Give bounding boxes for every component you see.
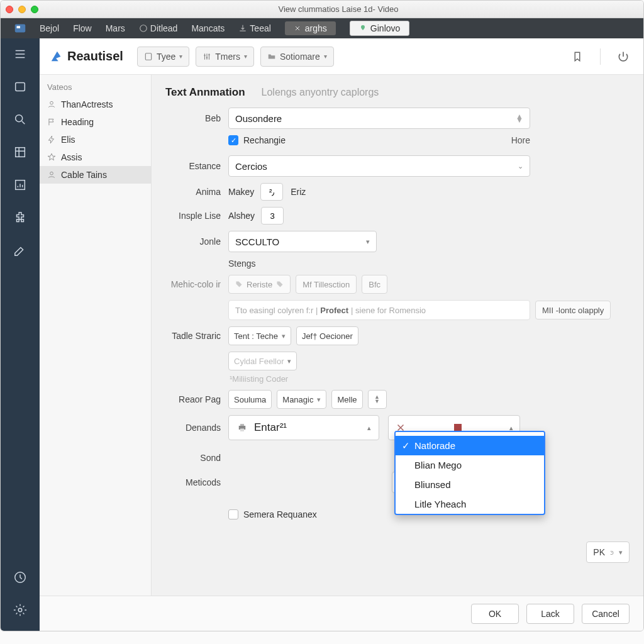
- menu-pill-arghs-label: arghs: [305, 23, 327, 33]
- rail-chart-icon[interactable]: [12, 177, 28, 193]
- toolbar: Reautisel Tyee▾ Tmers▾ Sotiomare▾: [40, 38, 643, 75]
- ok-button[interactable]: OK: [471, 604, 519, 624]
- menu-pill-ginlovo-label: Ginlovo: [370, 23, 400, 33]
- tillesction-button[interactable]: Mf Tillesction: [296, 275, 357, 294]
- menu-bejol[interactable]: Bejol: [40, 23, 59, 33]
- side-panel-heading: Vateos: [40, 80, 151, 96]
- beb-field[interactable]: Ousondere ▲▼: [228, 108, 530, 129]
- menu-pill-ginlovo[interactable]: Ginlovo: [350, 21, 409, 36]
- hore-link[interactable]: Hore: [511, 135, 530, 145]
- tadle-sel1[interactable]: Tent : Teche▾: [228, 326, 291, 345]
- dropdown-option-natlorade[interactable]: Natlorade: [396, 436, 544, 455]
- estance-label: Estance: [165, 161, 228, 171]
- rail-card-icon[interactable]: [12, 79, 28, 95]
- menu-pill-arghs[interactable]: arghs: [285, 21, 336, 35]
- tadle-btn[interactable]: Jef† Oecioner: [296, 326, 358, 345]
- rail-settings-icon[interactable]: [12, 602, 28, 618]
- sidebar-item-elis[interactable]: Elis: [40, 131, 151, 148]
- stepper-icon[interactable]: ▲▼: [516, 114, 523, 122]
- jonle-label: Jonle: [165, 236, 228, 247]
- svg-rect-5: [16, 148, 25, 157]
- insple-num-input[interactable]: 3: [261, 207, 284, 225]
- left-rail: [1, 38, 40, 631]
- svg-rect-16: [240, 424, 244, 426]
- insple-value: Alshey: [228, 211, 255, 221]
- reaor-v1[interactable]: Souluma: [228, 390, 272, 409]
- rail-plugin-icon[interactable]: [12, 209, 28, 226]
- beb-value: Ousondere: [235, 113, 282, 124]
- toolbar-bookmark-icon[interactable]: [567, 47, 587, 67]
- denands-select[interactable]: Entar²¹ ▴: [228, 415, 379, 440]
- toolbar-sotiomare-select[interactable]: Sotiomare▾: [260, 47, 334, 67]
- toolbar-type-select[interactable]: Tyee▾: [137, 47, 189, 67]
- person-icon: [47, 170, 56, 179]
- toolbar-type-label: Tyee: [157, 52, 175, 62]
- mii-badge[interactable]: MII -lontc olapply: [535, 301, 611, 319]
- chevron-down-icon: ▾: [366, 238, 370, 246]
- semera-checkbox[interactable]: [228, 509, 238, 519]
- minimize-window-button[interactable]: [18, 6, 26, 13]
- folder-icon: [267, 52, 276, 61]
- svg-rect-3: [16, 83, 25, 91]
- reriste-label: Reriste: [247, 280, 272, 289]
- sidebar-item-assis[interactable]: Assis: [40, 148, 151, 166]
- rechangie-label: Rechangie: [243, 135, 286, 145]
- menu-mars[interactable]: Mars: [106, 23, 125, 33]
- cancel-button[interactable]: Cancel: [582, 604, 630, 624]
- tab-lolengs[interactable]: Lolengs anyontry caplorgs: [262, 87, 379, 98]
- anima-after: Eriz: [291, 187, 306, 197]
- sidebar-item-cable-tains[interactable]: Cable Tains: [40, 166, 151, 184]
- sidebar-item-label: Elis: [61, 135, 75, 145]
- menu-teeal[interactable]: Teeal: [238, 23, 270, 33]
- toolbar-power-icon[interactable]: [613, 47, 633, 67]
- bfc-button[interactable]: Bfc: [362, 275, 387, 294]
- brand-name: Reautisel: [67, 49, 123, 64]
- svg-rect-17: [240, 429, 244, 432]
- sidebar-item-heading[interactable]: Heading: [40, 113, 151, 131]
- rechangie-checkbox[interactable]: ✓: [228, 135, 238, 145]
- tadle-sel2[interactable]: Cyldal Feellor▾: [228, 352, 297, 370]
- reaor-spinner[interactable]: ▲▼: [368, 390, 387, 409]
- menu-teeal-label: Teeal: [250, 23, 270, 33]
- rail-clock-icon[interactable]: [12, 569, 28, 586]
- menu-flow[interactable]: Flow: [73, 23, 92, 33]
- svg-rect-9: [145, 53, 151, 60]
- page-icon: [144, 52, 153, 61]
- svg-point-8: [18, 608, 22, 612]
- reaor-v3[interactable]: Melle: [331, 390, 362, 409]
- toolbar-sotiomare-label: Sotiomare: [280, 52, 320, 62]
- tadle-sel1-value: Tent : Teche: [234, 331, 278, 341]
- jonle-select[interactable]: SCCULTO ▾: [228, 231, 377, 252]
- footer: OK Lack Cancel: [40, 596, 643, 631]
- dropdown-option-bliunsed[interactable]: Bliunsed: [396, 475, 544, 494]
- person-icon: [47, 100, 56, 109]
- toolbar-divider: [600, 48, 601, 65]
- anima-num-input[interactable]: ²٫: [260, 183, 283, 201]
- svg-point-10: [204, 55, 206, 56]
- brand: Reautisel: [50, 49, 123, 64]
- rail-list-icon[interactable]: [12, 46, 28, 62]
- dropdown-option-blian[interactable]: Blian Mego: [396, 455, 544, 475]
- estance-select[interactable]: Cercios ⌄: [228, 155, 530, 177]
- star-icon: [47, 153, 56, 162]
- rail-edit-icon[interactable]: [12, 242, 28, 258]
- reaor-v2[interactable]: Managic▾: [277, 390, 326, 409]
- menu-ditlead[interactable]: Ditlead: [139, 23, 178, 33]
- tag-icon: [235, 280, 243, 288]
- denands-dropdown-open[interactable]: Natlorade Blian Mego Bliunsed Litle Yhea…: [394, 431, 545, 515]
- rail-search-icon[interactable]: [12, 111, 28, 128]
- tadle-label: Tadle Straric: [165, 331, 228, 341]
- rail-table-icon[interactable]: [12, 144, 28, 160]
- reriste-button[interactable]: Reriste: [228, 275, 291, 294]
- menu-mancats[interactable]: Mancats: [191, 23, 225, 33]
- sidebar-item-thanactrests[interactable]: ThanActrests: [40, 96, 151, 113]
- hint-pre: Tto easingl colyren f:r |: [235, 306, 318, 315]
- stengs-label: Stengs: [228, 258, 256, 269]
- close-window-button[interactable]: [6, 6, 13, 13]
- pk-select[interactable]: PK ͽ ▾: [586, 541, 630, 563]
- lack-button[interactable]: Lack: [526, 604, 574, 624]
- dropdown-option-litle[interactable]: Litle Yheach: [396, 494, 544, 514]
- toolbar-tmers-select[interactable]: Tmers▾: [196, 47, 254, 67]
- tab-text-annmation[interactable]: Text Annmation: [165, 86, 245, 99]
- zoom-window-button[interactable]: [31, 6, 38, 13]
